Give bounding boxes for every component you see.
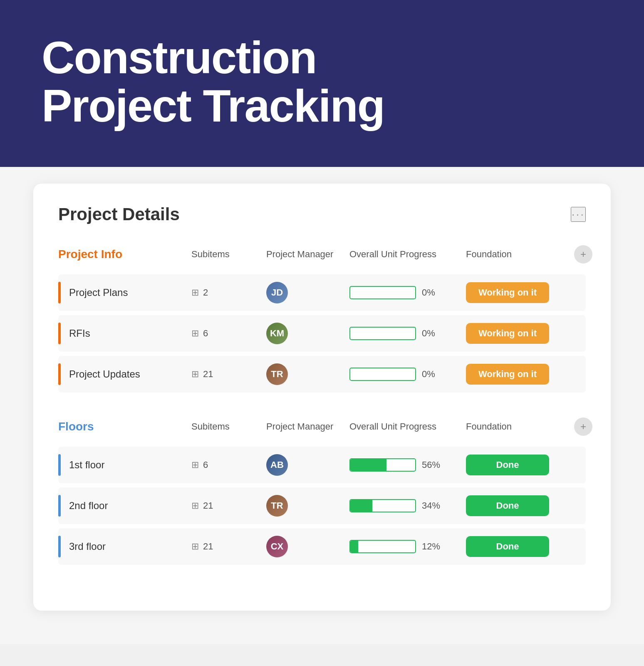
card-wrapper: Project Details ··· Project Info Subitem… xyxy=(0,167,644,644)
project-details-card: Project Details ··· Project Info Subitem… xyxy=(33,184,611,611)
col-header-subitems-2: Subitems xyxy=(191,421,266,432)
row-indicator xyxy=(58,536,61,557)
progress-pct: 34% xyxy=(422,500,441,511)
status-cell: Done xyxy=(466,495,574,516)
col-header-progress-2: Overall Unit Progress xyxy=(349,421,466,432)
progress-bar-bg xyxy=(349,458,416,472)
status-badge[interactable]: Working on it xyxy=(466,364,549,385)
project-info-section: Project Info Subitems Project Manager Ov… xyxy=(58,245,586,393)
table-row: 2nd floor ⊞ 21 TR 34% xyxy=(58,487,586,524)
progress-bar-bg xyxy=(349,286,416,299)
progress-cell: 34% xyxy=(349,499,466,512)
subitems-count: 2 xyxy=(203,287,208,298)
subitems-icon: ⊞ xyxy=(191,328,199,339)
progress-cell: 56% xyxy=(349,458,466,472)
subitems-icon: ⊞ xyxy=(191,287,199,298)
subitems-count: 21 xyxy=(203,541,213,552)
subitems-count: 21 xyxy=(203,369,213,380)
avatar: JD xyxy=(266,282,288,303)
progress-bar-bg xyxy=(349,499,416,512)
subitems-cell: ⊞ 6 xyxy=(191,460,266,470)
manager-cell: KM xyxy=(266,323,349,344)
row-indicator xyxy=(58,454,61,476)
progress-cell: 12% xyxy=(349,540,466,553)
row-indicator xyxy=(58,495,61,517)
hero-section: Construction Project Tracking xyxy=(0,0,644,167)
progress-bar-bg xyxy=(349,327,416,340)
row-name-cell: Project Plans xyxy=(58,282,191,303)
avatar: KM xyxy=(266,323,288,344)
table-row: 3rd floor ⊞ 21 CX 12% xyxy=(58,528,586,565)
subitems-cell: ⊞ 21 xyxy=(191,369,266,380)
add-column-button-1[interactable]: + xyxy=(574,245,592,263)
status-cell: Working on it xyxy=(466,364,574,385)
subitems-icon: ⊞ xyxy=(191,460,199,470)
row-name: Project Plans xyxy=(69,287,128,298)
progress-pct: 0% xyxy=(422,328,441,339)
manager-cell: JD xyxy=(266,282,349,303)
row-name: 1st floor xyxy=(69,459,104,471)
row-name: RFIs xyxy=(69,328,90,339)
row-indicator xyxy=(58,363,61,385)
status-badge[interactable]: Working on it xyxy=(466,323,549,344)
status-badge[interactable]: Done xyxy=(466,495,549,516)
status-badge[interactable]: Working on it xyxy=(466,282,549,303)
floors-section: Floors Subitems Project Manager Overall … xyxy=(58,417,586,565)
row-name-cell: 1st floor xyxy=(58,454,191,476)
status-cell: Working on it xyxy=(466,323,574,344)
col-header-progress-1: Overall Unit Progress xyxy=(349,249,466,260)
col-header-manager-2: Project Manager xyxy=(266,421,349,432)
status-cell: Done xyxy=(466,536,574,557)
avatar: TR xyxy=(266,363,288,385)
subitems-count: 21 xyxy=(203,500,213,511)
progress-pct: 0% xyxy=(422,287,441,298)
status-cell: Done xyxy=(466,455,574,475)
progress-bar-fill xyxy=(350,541,358,552)
manager-cell: CX xyxy=(266,536,349,557)
table-row: RFIs ⊞ 6 KM 0% Work xyxy=(58,315,586,352)
avatar: CX xyxy=(266,536,288,557)
row-name: Project Updates xyxy=(69,368,140,380)
progress-cell: 0% xyxy=(349,286,466,299)
status-badge[interactable]: Done xyxy=(466,536,549,557)
subitems-cell: ⊞ 2 xyxy=(191,287,266,298)
subitems-icon: ⊞ xyxy=(191,541,199,552)
col-header-subitems-1: Subitems xyxy=(191,249,266,260)
progress-cell: 0% xyxy=(349,368,466,381)
manager-cell: AB xyxy=(266,454,349,476)
hero-title: Construction Project Tracking xyxy=(42,33,384,129)
avatar: AB xyxy=(266,454,288,476)
row-name-cell: 3rd floor xyxy=(58,536,191,557)
progress-bar-fill xyxy=(350,500,372,512)
card-header: Project Details ··· xyxy=(58,204,586,224)
status-badge[interactable]: Done xyxy=(466,455,549,475)
subitems-icon: ⊞ xyxy=(191,500,199,511)
project-info-header: Project Info Subitems Project Manager Ov… xyxy=(58,245,586,270)
avatar: TR xyxy=(266,495,288,517)
floors-label: Floors xyxy=(58,420,191,433)
subitems-cell: ⊞ 21 xyxy=(191,541,266,552)
progress-bar-fill xyxy=(350,459,386,471)
card-title: Project Details xyxy=(58,204,180,224)
manager-cell: TR xyxy=(266,363,349,385)
row-name-cell: Project Updates xyxy=(58,363,191,385)
more-options-button[interactable]: ··· xyxy=(571,207,586,222)
row-name: 2nd floor xyxy=(69,500,108,512)
subitems-icon: ⊞ xyxy=(191,369,199,380)
add-column-button-2[interactable]: + xyxy=(574,417,592,436)
row-indicator xyxy=(58,282,61,303)
progress-pct: 12% xyxy=(422,541,441,552)
table-row: 1st floor ⊞ 6 AB 56% xyxy=(58,447,586,483)
row-name-cell: RFIs xyxy=(58,323,191,344)
subitems-count: 6 xyxy=(203,460,208,470)
subitems-cell: ⊞ 6 xyxy=(191,328,266,339)
status-cell: Working on it xyxy=(466,282,574,303)
table-row: Project Plans ⊞ 2 JD 0% xyxy=(58,274,586,311)
row-name-cell: 2nd floor xyxy=(58,495,191,517)
col-header-status-2: Foundation xyxy=(466,421,574,432)
subitems-count: 6 xyxy=(203,328,208,339)
progress-pct: 0% xyxy=(422,369,441,380)
progress-bar-bg xyxy=(349,368,416,381)
progress-pct: 56% xyxy=(422,460,441,470)
row-indicator xyxy=(58,323,61,344)
